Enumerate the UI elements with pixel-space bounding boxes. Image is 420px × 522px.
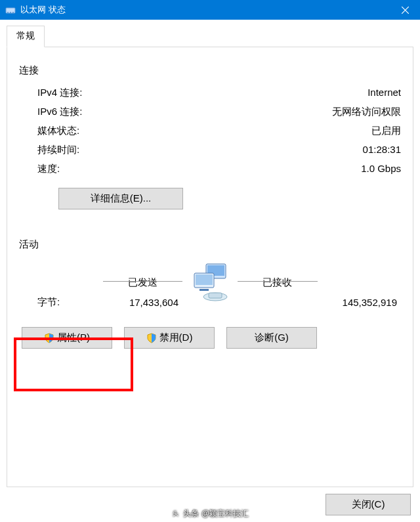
bytes-sent-value: 17,433,604 (103, 297, 183, 308)
speed-value: 1.0 Gbps (361, 163, 401, 175)
close-dialog-button[interactable]: 关闭(C) (326, 494, 411, 515)
disable-button[interactable]: 禁用(D) (124, 327, 215, 349)
disable-label: 禁用(D) (159, 332, 193, 344)
diagnose-label: 诊断(G) (255, 332, 289, 344)
properties-label: 属性(P) (57, 332, 90, 344)
svg-rect-7 (196, 274, 213, 285)
speed-row: 速度: 1.0 Gbps (19, 160, 401, 179)
ipv6-value: 无网络访问权限 (332, 106, 401, 118)
activity-center (186, 261, 234, 303)
duration-value: 01:28:31 (363, 144, 401, 156)
connection-section-title: 连接 (19, 64, 401, 77)
window-title: 以太网 状态 (20, 4, 390, 16)
ethernet-icon (5, 5, 16, 15)
sent-label: 已发送 (103, 276, 183, 289)
ipv6-row: IPv6 连接: 无网络访问权限 (19, 102, 401, 121)
tab-page-general: 连接 IPv4 连接: Internet IPv6 连接: 无网络访问权限 媒体… (7, 47, 413, 487)
line-right (238, 281, 318, 282)
line-left (103, 281, 183, 282)
action-buttons: 属性(P) 禁用(D) 诊断(G) (19, 327, 401, 349)
svg-rect-1 (7, 12, 9, 13)
tabstrip: 常规 (7, 25, 413, 47)
ipv6-label: IPv6 连接: (37, 106, 82, 118)
details-button[interactable]: 详细信息(E)... (58, 188, 183, 209)
svg-rect-10 (209, 293, 222, 298)
speed-label: 速度: (37, 163, 60, 175)
dialog-footer: 关闭(C) (7, 487, 413, 515)
shield-icon (44, 333, 54, 343)
shield-icon (146, 333, 157, 343)
media-value: 已启用 (371, 125, 401, 137)
media-row: 媒体状态: 已启用 (19, 121, 401, 141)
ipv4-row: IPv4 连接: Internet (19, 83, 401, 102)
svg-rect-2 (10, 12, 11, 13)
close-button[interactable] (390, 0, 420, 20)
bytes-received-value: 145,352,919 (238, 297, 401, 308)
media-label: 媒体状态: (37, 125, 79, 137)
bytes-label: 字节: (19, 296, 99, 309)
received-label: 已接收 (238, 276, 318, 289)
duration-row: 持续时间: 01:28:31 (19, 141, 401, 160)
client-area: 常规 连接 IPv4 连接: Internet IPv6 连接: 无网络访问权限… (0, 20, 420, 522)
duration-label: 持续时间: (37, 144, 79, 156)
ipv4-label: IPv4 连接: (37, 87, 82, 99)
svg-rect-3 (12, 12, 14, 13)
activity-section: 活动 已发送 已接收 (19, 238, 401, 349)
titlebar: 以太网 状态 (0, 0, 420, 20)
activity-section-title: 活动 (19, 238, 401, 251)
ipv4-value: Internet (368, 87, 401, 99)
svg-rect-8 (200, 289, 209, 291)
properties-button[interactable]: 属性(P) (22, 327, 112, 349)
close-icon (402, 7, 409, 14)
network-computers-icon (186, 261, 234, 303)
tab-general[interactable]: 常规 (7, 26, 45, 47)
diagnose-button[interactable]: 诊断(G) (226, 327, 317, 349)
